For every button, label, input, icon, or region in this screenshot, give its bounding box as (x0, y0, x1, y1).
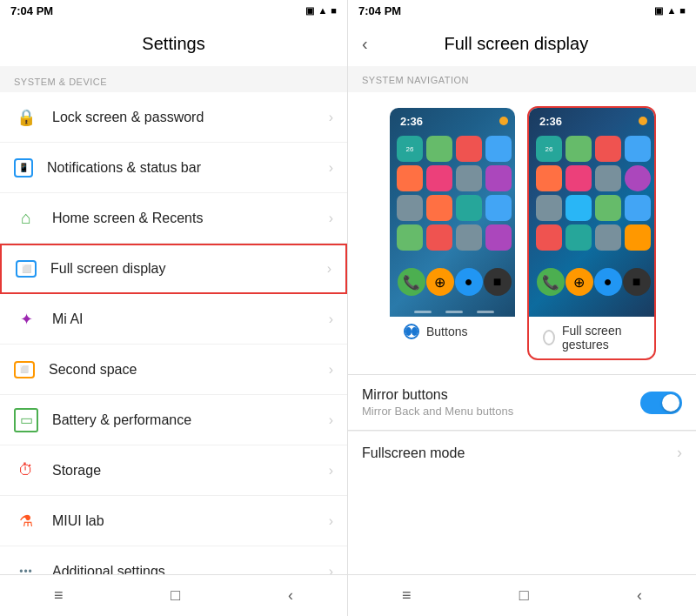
chevron-icon: › (329, 463, 333, 479)
fullscreen-mode-row[interactable]: Fullscreen mode › (348, 431, 696, 474)
settings-item-notifications[interactable]: 📱 Notifications & status bar › (0, 143, 347, 193)
right-nav-bar: ≡ □ ‹ (348, 574, 696, 616)
gestures-radio[interactable] (543, 330, 555, 345)
left-status-bar: 7:04 PM ▣ ▲ ■ (0, 0, 347, 21)
signal-icon: ▣ (305, 5, 314, 17)
left-nav-bar: ≡ □ ‹ (0, 574, 347, 616)
right-time: 7:04 PM (358, 4, 401, 17)
right-status-bar: 7:04 PM ▣ ▲ ■ (348, 0, 696, 21)
right-page-title: Full screen display (382, 34, 651, 54)
chevron-icon: › (329, 160, 333, 176)
phone-previews-container: 2:36 26 (348, 92, 696, 374)
battery-perf-icon: ▭ (14, 408, 38, 432)
settings-item-battery[interactable]: ▭ Battery & performance › (0, 395, 347, 445)
right-status-icons: ▣ ▲ ■ (654, 5, 686, 17)
gestures-option-label: Full screen gestures (562, 324, 640, 352)
phone-bottom-apps-2: 📞 ⊕ ● ■ (536, 268, 651, 296)
home-screen-label: Home screen & Recents (52, 211, 329, 226)
settings-item-additional[interactable]: ••• Additional settings › (0, 546, 347, 574)
settings-item-second-space[interactable]: ⬜ Second space › (0, 345, 347, 395)
notifications-label: Notifications & status bar (47, 160, 329, 176)
chevron-icon: › (329, 564, 333, 575)
right-panel: 7:04 PM ▣ ▲ ■ ‹ Full screen display SYST… (348, 0, 696, 616)
right-signal-icon: ▣ (654, 5, 663, 17)
mirror-buttons-row: Mirror buttons Mirror Back and Menu butt… (348, 375, 696, 430)
lock-icon: 🔒 (14, 105, 38, 130)
additional-icon: ••• (14, 559, 38, 575)
chevron-icon: › (329, 311, 333, 327)
back-nav-icon[interactable]: ‹ (288, 586, 293, 605)
settings-item-storage[interactable]: ⏱ Storage › (0, 445, 347, 496)
phone-preview-gestures[interactable]: 2:36 26 (527, 106, 656, 360)
right-title-bar: ‹ Full screen display (348, 21, 696, 66)
miui-lab-label: MIUI lab (52, 513, 329, 529)
chevron-icon: › (329, 110, 333, 125)
left-page-title: Settings (142, 34, 204, 54)
notifications-icon: 📱 (14, 158, 33, 177)
right-wifi-icon: ▲ (666, 5, 676, 16)
phone-screen-buttons: 2:36 26 (390, 108, 517, 317)
fullscreen-mode-title: Fullscreen mode (362, 445, 677, 461)
second-space-label: Second space (49, 362, 329, 378)
fullscreen-mode-chevron: › (677, 444, 682, 462)
left-panel: 7:04 PM ▣ ▲ ■ Settings SYSTEM & DEVICE 🔒… (0, 0, 348, 616)
settings-item-mi-ai[interactable]: ✦ Mi AI › (0, 294, 347, 345)
right-section-header: SYSTEM NAVIGATION (348, 66, 696, 92)
right-back-nav-icon[interactable]: ‹ (637, 586, 642, 605)
mirror-buttons-subtitle: Mirror Back and Menu buttons (362, 405, 640, 418)
section-header: SYSTEM & DEVICE (0, 66, 347, 92)
mirror-buttons-title: Mirror buttons (362, 387, 640, 403)
phone-bottom-apps: 📞 ⊕ ● ■ (397, 268, 512, 296)
left-title-bar: Settings (0, 21, 347, 66)
settings-item-fullscreen[interactable]: ⬜ Full screen display › (0, 244, 347, 294)
settings-item-miui-lab[interactable]: ⚗ MIUI lab › (0, 496, 347, 546)
right-battery-icon: ■ (679, 5, 686, 16)
mirror-buttons-toggle[interactable] (640, 392, 682, 414)
home-nav-icon[interactable]: □ (171, 586, 180, 605)
chevron-icon: › (329, 412, 333, 428)
fullscreen-label: Full screen display (50, 261, 327, 277)
miui-lab-icon: ⚗ (14, 509, 38, 533)
buttons-option[interactable]: Buttons (390, 317, 515, 346)
right-home-nav-icon[interactable]: □ (519, 586, 529, 605)
chevron-icon: › (329, 362, 333, 378)
gestures-option[interactable]: Full screen gestures (529, 317, 654, 358)
chevron-icon: › (329, 513, 333, 529)
lock-screen-label: Lock screen & password (52, 110, 329, 125)
storage-icon: ⏱ (14, 459, 38, 483)
settings-item-home-screen[interactable]: ⌂ Home screen & Recents › (0, 193, 347, 244)
wifi-icon: ▲ (318, 5, 327, 16)
phone-screen-gestures: 2:36 26 (529, 108, 656, 317)
back-button[interactable]: ‹ (362, 34, 368, 54)
phone-apps-grid-2: 26 (536, 136, 651, 251)
chevron-icon: › (327, 261, 331, 277)
second-space-icon: ⬜ (14, 361, 35, 378)
mi-ai-icon: ✦ (14, 307, 38, 331)
menu-nav-icon[interactable]: ≡ (54, 586, 64, 605)
chevron-icon: › (329, 211, 333, 226)
phone-preview-buttons[interactable]: 2:36 26 (388, 106, 517, 360)
left-status-icons: ▣ ▲ ■ (305, 5, 337, 17)
battery-icon: ■ (331, 5, 337, 16)
phone-apps-grid: 26 (397, 136, 512, 251)
additional-label: Additional settings (52, 564, 329, 575)
buttons-option-label: Buttons (426, 325, 467, 338)
mi-ai-label: Mi AI (52, 311, 329, 327)
settings-list: SYSTEM & DEVICE 🔒 Lock screen & password… (0, 66, 347, 574)
home-screen-icon: ⌂ (14, 206, 38, 231)
settings-item-lock-screen[interactable]: 🔒 Lock screen & password › (0, 92, 347, 143)
buttons-radio[interactable] (404, 324, 419, 339)
storage-label: Storage (52, 463, 329, 479)
right-menu-nav-icon[interactable]: ≡ (402, 586, 412, 605)
battery-label: Battery & performance (52, 412, 329, 428)
fullscreen-icon: ⬜ (16, 260, 37, 278)
left-time: 7:04 PM (10, 4, 53, 17)
